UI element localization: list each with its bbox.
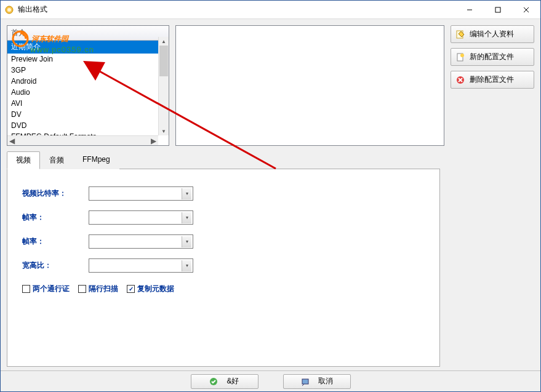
video-bitrate-combo[interactable]: ▾ xyxy=(89,186,193,201)
window-controls xyxy=(455,1,540,18)
list-item[interactable]: 近期简介 xyxy=(7,41,169,54)
edit-profile-button[interactable]: 编辑个人资料 xyxy=(451,25,534,43)
cancel-icon xyxy=(301,377,310,386)
new-profile-button[interactable]: 新的配置文件 xyxy=(451,48,534,66)
delete-label: 删除配置文件 xyxy=(470,74,514,85)
chevron-down-icon: ▾ xyxy=(182,212,191,223)
interlace-check[interactable]: 隔行扫描 xyxy=(78,284,118,294)
svg-rect-3 xyxy=(495,7,500,12)
close-button[interactable] xyxy=(512,1,540,18)
interlace-label: 隔行扫描 xyxy=(89,284,118,294)
tab-audio[interactable]: 音频 xyxy=(40,151,73,169)
edit-icon xyxy=(456,30,465,39)
list-header[interactable]: 首介 xyxy=(7,26,169,41)
tab-strip: 视频 音频 FFMpeg xyxy=(7,151,440,169)
vertical-scrollbar[interactable]: ▲ ▼ xyxy=(158,37,169,135)
list-item[interactable]: 3GP xyxy=(7,65,169,76)
window-title: 输出格式 xyxy=(18,4,455,15)
list-item[interactable]: Preview Join xyxy=(7,54,169,65)
minimize-button[interactable] xyxy=(455,1,484,18)
list-items: 近期简介 Preview Join 3GP Android Audio AVI … xyxy=(7,41,169,136)
delete-icon xyxy=(456,76,465,84)
chevron-down-icon: ▾ xyxy=(182,188,191,199)
svg-rect-16 xyxy=(302,379,308,384)
framerate2-label: 帧率： xyxy=(22,236,89,247)
edit-label: 编辑个人资料 xyxy=(470,29,514,39)
framerate2-combo[interactable]: ▾ xyxy=(89,234,193,249)
checkbox-checked-icon: ✓ xyxy=(127,285,135,293)
list-item[interactable]: Android xyxy=(7,76,169,87)
copy-meta-check[interactable]: ✓ 复制元数据 xyxy=(127,284,174,294)
scroll-up-icon[interactable]: ▲ xyxy=(159,37,169,46)
new-label: 新的配置文件 xyxy=(470,52,514,62)
ok-button[interactable]: &好 xyxy=(191,374,258,389)
tab-video[interactable]: 视频 xyxy=(7,151,40,169)
svg-point-11 xyxy=(460,54,464,57)
aspect-combo[interactable]: ▾ xyxy=(89,258,193,273)
scroll-right-icon[interactable]: ▶ xyxy=(151,137,156,145)
ok-label: &好 xyxy=(226,376,239,386)
video-bitrate-label: 视频比特率： xyxy=(22,188,89,199)
horizontal-scrollbar[interactable]: ◀ ▶ xyxy=(7,135,158,145)
profile-list: 首介 近期简介 Preview Join 3GP Android Audio A… xyxy=(7,25,169,146)
preview-panel xyxy=(175,25,444,146)
svg-point-1 xyxy=(7,8,11,12)
cancel-label: 取消 xyxy=(318,376,333,386)
framerate1-label: 帧率： xyxy=(22,212,89,223)
list-item[interactable]: DVD xyxy=(7,120,169,131)
chevron-down-icon: ▾ xyxy=(182,236,191,247)
tab-ffmpeg[interactable]: FFMpeg xyxy=(73,151,119,169)
list-item[interactable]: AVI xyxy=(7,98,169,109)
checkbox-icon xyxy=(22,285,30,293)
checkbox-icon xyxy=(78,285,86,293)
chevron-down-icon: ▾ xyxy=(182,260,191,271)
cancel-button[interactable]: 取消 xyxy=(283,374,351,389)
copy-meta-label: 复制元数据 xyxy=(137,284,174,294)
delete-profile-button[interactable]: 删除配置文件 xyxy=(451,71,534,89)
app-icon xyxy=(4,5,14,15)
title-bar: 输出格式 xyxy=(1,1,540,19)
list-item[interactable]: DV xyxy=(7,109,169,120)
list-item[interactable]: Audio xyxy=(7,87,169,98)
side-buttons: 编辑个人资料 新的配置文件 删除配置文件 xyxy=(451,25,534,146)
new-icon xyxy=(456,53,465,62)
tab-panel-video: 视频比特率： ▾ 帧率： ▾ 帧率： ▾ 宽高比： ▾ 两个通行证 xyxy=(7,169,440,367)
scroll-down-icon[interactable]: ▼ xyxy=(159,127,169,135)
two-pass-label: 两个通行证 xyxy=(33,284,70,294)
aspect-label: 宽高比： xyxy=(22,260,89,271)
maximize-button[interactable] xyxy=(484,1,512,18)
two-pass-check[interactable]: 两个通行证 xyxy=(22,284,70,294)
scroll-left-icon[interactable]: ◀ xyxy=(9,137,15,145)
scroll-thumb[interactable] xyxy=(159,46,168,76)
framerate1-combo[interactable]: ▾ xyxy=(89,210,193,225)
ok-icon xyxy=(209,377,218,386)
bottom-bar: &好 取消 xyxy=(1,370,540,391)
